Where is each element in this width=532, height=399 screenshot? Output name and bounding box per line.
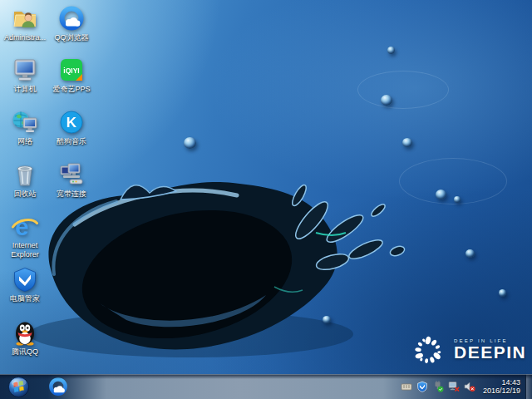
- computer-icon: [12, 57, 38, 83]
- iqiyi-icon: iQIYI: [58, 57, 85, 83]
- desktop-icon-label: 宽带连接: [49, 190, 94, 199]
- windows-orb-icon: [7, 376, 30, 398]
- desktop-icon-pc-manager[interactable]: 电脑管家: [2, 266, 47, 303]
- user-folder-icon: [12, 5, 38, 32]
- shield-icon: [12, 266, 38, 293]
- safely-remove-hardware-icon[interactable]: [432, 381, 444, 392]
- desktop-icon-label: 爱奇艺PPS: [49, 85, 94, 94]
- recycle-bin-icon: [12, 161, 38, 188]
- water-droplet: [323, 316, 331, 323]
- qq-browser-icon: [48, 377, 68, 397]
- desktop-icon-administrator[interactable]: Administra...: [2, 5, 47, 42]
- desktop-icon-kugou-music[interactable]: K 酷狗音乐: [49, 109, 94, 146]
- desktop-icon-label: QQ浏览器: [49, 33, 94, 42]
- desktop-icon-label: 电脑管家: [2, 294, 47, 303]
- desktop-icon-internet-explorer[interactable]: e Internet Explorer: [2, 213, 47, 259]
- desktop-icon-label: 回收站: [2, 190, 47, 199]
- desktop-icon-computer[interactable]: 计算机: [2, 57, 47, 94]
- water-droplet: [454, 196, 461, 203]
- deepin-pinwheel-icon: [409, 331, 447, 369]
- desktop-icon-tencent-qq[interactable]: 腾讯QQ: [2, 319, 47, 357]
- network-disconnected-icon[interactable]: [448, 381, 460, 392]
- deepin-brand: DEEPIN: [454, 343, 526, 362]
- broadband-connection-icon: [58, 161, 85, 188]
- water-droplet: [381, 95, 392, 106]
- system-tray: [401, 381, 475, 392]
- clock-date: 2016/12/19: [483, 387, 520, 396]
- water-droplet: [387, 47, 395, 54]
- water-ripple: [357, 71, 449, 109]
- water-ripple: [399, 158, 507, 204]
- taskbar: 14:43 2016/12/19: [0, 374, 532, 399]
- security-shield-tray-icon[interactable]: [416, 381, 428, 392]
- deepin-logo: DEEP IN LIFE DEEPIN: [409, 331, 526, 369]
- input-indicator-icon[interactable]: [401, 381, 412, 392]
- desktop-icon-network[interactable]: 网络: [2, 109, 47, 146]
- desktop-icon-label: 网络: [2, 137, 47, 146]
- network-globe-icon: [12, 109, 38, 135]
- water-droplet: [466, 249, 475, 258]
- taskbar-clock[interactable]: 14:43 2016/12/19: [483, 378, 520, 396]
- desktop-icon-label: Internet Explorer: [2, 241, 47, 259]
- water-droplet: [436, 190, 446, 200]
- desktop-icon-qq-browser[interactable]: QQ浏览器: [49, 5, 94, 42]
- desktop-icon-broadband[interactable]: 宽带连接: [49, 161, 94, 199]
- show-desktop-button[interactable]: [525, 374, 532, 399]
- desktop-icon-iqiyi-pps[interactable]: iQIYI 爱奇艺PPS: [49, 57, 94, 94]
- water-droplet: [184, 137, 196, 149]
- svg-text:K: K: [66, 115, 77, 131]
- water-droplet: [499, 289, 506, 297]
- internet-explorer-icon: e: [12, 213, 38, 239]
- desktop-screen: DEEP IN LIFE DEEPIN Administra...: [0, 0, 532, 399]
- qq-penguin-icon: [12, 319, 38, 346]
- volume-muted-icon[interactable]: [464, 381, 475, 392]
- qq-browser-icon: [58, 5, 85, 32]
- desktop-icon-label: Administra...: [2, 33, 47, 42]
- desktop-icon-recycle-bin[interactable]: 回收站: [2, 161, 47, 199]
- svg-text:iQIYI: iQIYI: [63, 66, 79, 75]
- svg-text:e: e: [15, 213, 29, 239]
- taskbar-qq-browser[interactable]: [43, 375, 73, 398]
- kugou-icon: K: [58, 109, 85, 135]
- desktop-icon-label: 酷狗音乐: [49, 137, 94, 146]
- desktop-icon-label: 计算机: [2, 85, 47, 94]
- water-droplet: [402, 138, 412, 147]
- desktop-icon-label: 腾讯QQ: [2, 347, 47, 357]
- clock-time: 14:43: [483, 378, 520, 387]
- start-button[interactable]: [3, 374, 33, 399]
